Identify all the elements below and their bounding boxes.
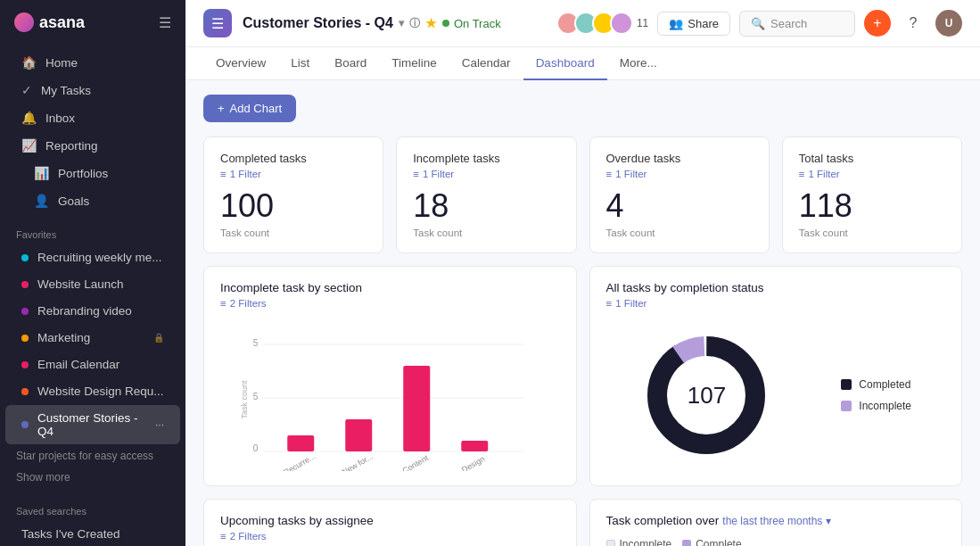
status-label: On Track	[454, 17, 501, 30]
stat-card-incomplete: Incomplete tasks ≡ 1 Filter 18 Task coun…	[396, 136, 576, 253]
filter-label: 1 Filter	[615, 298, 646, 309]
fav-dot	[21, 281, 29, 288]
completion-card-subtitle[interactable]: the last three months ▾	[722, 515, 830, 527]
bar-chart-card: Incomplete task by section ≡ 2 Filters 5…	[203, 266, 577, 486]
sidebar-item-label: Goals	[58, 194, 89, 208]
filter-label: 1 Filter	[808, 169, 839, 179]
user-avatar[interactable]: U	[935, 10, 962, 37]
tab-calendar[interactable]: Calendar	[449, 47, 523, 80]
legend-label-incomplete: Incomplete	[859, 400, 911, 412]
tab-list[interactable]: List	[278, 47, 322, 80]
tab-dashboard[interactable]: Dashboard	[523, 47, 607, 80]
bar-chart-filter[interactable]: ≡ 2 Filters	[220, 298, 560, 309]
question-icon: ?	[910, 15, 918, 31]
sidebar-item-home[interactable]: 🏠 Home	[5, 49, 180, 76]
donut-chart-filter[interactable]: ≡ 1 Filter	[606, 298, 946, 309]
donut-area: 107 Completed Incomplete	[606, 319, 946, 471]
stat-filter-completed[interactable]: ≡ 1 Filter	[220, 169, 366, 179]
collapse-sidebar-button[interactable]: ☰	[159, 14, 171, 31]
fav-dot	[21, 388, 29, 395]
fav-dot	[21, 254, 29, 261]
filter-label: 2 Filters	[230, 298, 267, 309]
sidebar-item-my-tasks[interactable]: ✓ My Tasks	[5, 77, 180, 103]
svg-text:Content: Content	[401, 453, 431, 471]
sidebar-item-label: Email Calendar	[37, 358, 119, 371]
sidebar-item-tasks-created[interactable]: Tasks I've Created	[5, 521, 180, 546]
main-content: ☰ Customer Stories - Q4 ▾ ⓘ ★ On Track 1…	[185, 0, 980, 546]
filter-icon: ≡	[220, 531, 226, 542]
filter-icon: ≡	[413, 169, 419, 179]
tab-more[interactable]: More...	[607, 47, 670, 80]
assignee-card-title: Upcoming tasks by assignee	[220, 514, 560, 527]
legend-item-incomplete: Incomplete	[841, 400, 911, 412]
sidebar-item-website-design[interactable]: Website Design Requ...	[5, 378, 180, 404]
avatar-count: 11	[637, 17, 648, 29]
stat-filter-overdue[interactable]: ≡ 1 Filter	[606, 169, 753, 179]
stat-sublabel: Task count	[413, 228, 559, 238]
check-icon: ✓	[21, 83, 32, 97]
sidebar-logo: asana ☰	[0, 0, 185, 45]
avatars-group: 11	[556, 12, 648, 35]
assignee-filter[interactable]: ≡ 2 Filters	[220, 531, 560, 542]
logo-icon	[14, 12, 34, 32]
filter-icon: ≡	[606, 298, 613, 309]
sidebar: asana ☰ 🏠 Home ✓ My Tasks 🔔 Inbox 📈 Repo…	[0, 0, 185, 546]
sidebar-item-reporting[interactable]: 📈 Reporting	[5, 132, 180, 159]
stat-filter-total[interactable]: ≡ 1 Filter	[799, 169, 945, 179]
bell-icon: 🔔	[21, 111, 37, 125]
sidebar-item-inbox[interactable]: 🔔 Inbox	[5, 104, 180, 131]
tab-overview[interactable]: Overview	[203, 47, 278, 80]
sidebar-item-website-launch[interactable]: Website Launch	[5, 271, 180, 297]
saved-searches-title: Saved searches	[0, 495, 185, 520]
sidebar-item-marketing[interactable]: Marketing 🔒	[5, 325, 180, 351]
stat-sublabel: Task count	[799, 228, 945, 238]
legend-label: Complete	[696, 538, 741, 546]
stat-card-total: Total tasks ≡ 1 Filter 118 Task count	[782, 136, 962, 253]
completion-legend: Incomplete Complete	[606, 538, 946, 546]
fav-dot	[21, 308, 29, 315]
stat-value-incomplete: 18	[413, 188, 559, 224]
donut-chart-visual: 107	[639, 328, 773, 462]
svg-text:5: 5	[253, 338, 259, 348]
svg-text:Recurre...: Recurre...	[282, 451, 317, 471]
info-icon[interactable]: ⓘ	[409, 16, 420, 31]
sidebar-item-goals[interactable]: 👤 Goals	[5, 187, 180, 214]
show-more-button[interactable]: Show more	[0, 467, 185, 488]
chevron-down-icon[interactable]: ▾	[399, 17, 404, 29]
help-button[interactable]: ?	[900, 10, 926, 37]
bar-chart-title: Incomplete task by section	[220, 281, 560, 294]
sidebar-item-recruiting[interactable]: Recruiting weekly me...	[5, 244, 180, 270]
stat-card-title: Total tasks	[799, 152, 945, 165]
bottom-row: Upcoming tasks by assignee ≡ 2 Filters T…	[203, 499, 962, 546]
completion-over-time-card: Task completion over the last three mont…	[589, 499, 963, 546]
search-placeholder: Search	[770, 17, 807, 30]
filter-label: 2 Filters	[230, 531, 267, 542]
favorites-list: Recruiting weekly me... Website Launch R…	[0, 244, 185, 445]
tab-timeline[interactable]: Timeline	[379, 47, 449, 80]
legend-sq-incomplete	[606, 540, 615, 546]
star-icon[interactable]: ★	[425, 16, 437, 30]
more-options-icon[interactable]: ···	[155, 418, 164, 431]
sidebar-item-portfolios[interactable]: 📊 Portfolios	[5, 160, 180, 186]
sidebar-item-rebranding[interactable]: Rebranding video	[5, 298, 180, 324]
sidebar-item-customer-stories[interactable]: Customer Stories - Q4 ···	[5, 405, 180, 444]
add-button[interactable]: +	[864, 10, 891, 37]
stat-card-completed: Completed tasks ≡ 1 Filter 100 Task coun…	[203, 136, 383, 253]
svg-text:Task count: Task count	[240, 380, 249, 419]
donut-center-value: 107	[688, 381, 726, 409]
search-box[interactable]: 🔍 Search	[739, 11, 855, 37]
legend-color-completed	[841, 379, 852, 390]
lock-icon: 🔒	[153, 333, 164, 343]
tab-board[interactable]: Board	[322, 47, 379, 80]
add-chart-button[interactable]: + Add Chart	[203, 95, 296, 122]
sidebar-item-email-calendar[interactable]: Email Calendar	[5, 352, 180, 377]
stat-filter-incomplete[interactable]: ≡ 1 Filter	[413, 169, 559, 179]
share-label: Share	[688, 17, 719, 30]
legend-item-complete: Complete	[682, 538, 741, 546]
sidebar-item-label: Tasks I've Created	[21, 527, 120, 541]
star-projects-hint: Star projects for easy access	[0, 445, 185, 467]
share-button[interactable]: 👥 Share	[657, 12, 730, 36]
avatar	[610, 12, 633, 35]
sidebar-item-label: Recruiting weekly me...	[37, 251, 162, 264]
stat-card-title: Overdue tasks	[606, 152, 753, 165]
